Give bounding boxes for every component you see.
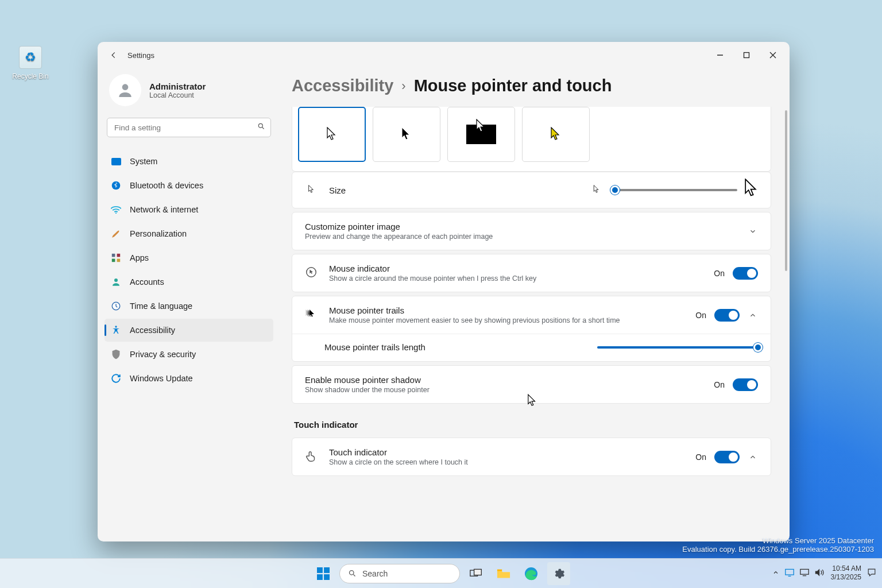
- tray-date: 3/13/2025: [831, 573, 861, 582]
- edge-button[interactable]: [520, 562, 543, 585]
- system-tray[interactable]: 10:54 AM 3/13/2025: [772, 558, 876, 588]
- shadow-state: On: [714, 380, 725, 389]
- pointer-style-custom[interactable]: [522, 107, 590, 162]
- sidebar-item-accessibility[interactable]: Accessibility: [105, 319, 273, 342]
- touch-toggle[interactable]: [714, 451, 740, 463]
- desktop-icon-recycle-bin[interactable]: ♻ Recycle Bin: [10, 46, 51, 80]
- sidebar-item-label: Accounts: [130, 277, 164, 287]
- trails-icon: [305, 308, 319, 322]
- svg-point-5: [115, 212, 117, 214]
- breadcrumb-parent[interactable]: Accessibility: [292, 76, 393, 95]
- wifi-icon: [110, 204, 122, 215]
- chevron-down-icon[interactable]: [748, 227, 758, 235]
- sidebar-item-label: Windows Update: [130, 374, 193, 383]
- pointer-style-black[interactable]: [373, 107, 440, 162]
- indicator-icon: [305, 266, 319, 281]
- window-title: Settings: [127, 51, 154, 60]
- touch-title: Touch indicator: [329, 447, 685, 457]
- mouse-indicator-state: On: [714, 269, 725, 278]
- scrollbar[interactable]: [785, 110, 787, 271]
- shadow-title: Enable mouse pointer shadow: [305, 375, 703, 385]
- svg-rect-14: [317, 567, 323, 573]
- sidebar-item-privacy[interactable]: Privacy & security: [105, 343, 273, 366]
- taskbar-search[interactable]: Search: [339, 564, 460, 583]
- mouse-indicator-desc: Show a circle around the mouse pointer w…: [329, 274, 703, 283]
- sidebar-item-accounts[interactable]: Accounts: [105, 270, 273, 293]
- window-minimize-button[interactable]: [707, 46, 733, 64]
- pointer-style-inverted[interactable]: [447, 107, 515, 162]
- svg-rect-23: [785, 569, 793, 575]
- svg-point-3: [258, 123, 262, 127]
- tray-volume-icon[interactable]: [815, 568, 825, 579]
- touch-desc: Show a circle on the screen where I touc…: [329, 458, 685, 466]
- cursor-max-icon: [743, 179, 760, 202]
- svg-rect-9: [117, 259, 121, 262]
- sidebar-item-network[interactable]: Network & internet: [105, 198, 273, 221]
- tray-chevron-icon[interactable]: [772, 569, 779, 578]
- settings-taskbar-button[interactable]: [547, 562, 570, 585]
- search-input[interactable]: [107, 118, 271, 137]
- sidebar-item-update[interactable]: Windows Update: [105, 367, 273, 390]
- brush-icon: [110, 228, 122, 239]
- trails-state: On: [695, 311, 706, 320]
- breadcrumb-current: Mouse pointer and touch: [414, 76, 612, 95]
- window-maximize-button[interactable]: [733, 46, 760, 64]
- update-icon: [110, 373, 122, 384]
- sidebar-item-apps[interactable]: Apps: [105, 246, 273, 269]
- tray-clock[interactable]: 10:54 AM 3/13/2025: [831, 564, 861, 582]
- cursor-small-icon: [308, 185, 316, 195]
- recycle-bin-label: Recycle Bin: [10, 72, 51, 80]
- size-slider[interactable]: [611, 189, 737, 191]
- trails-toggle[interactable]: [714, 309, 740, 322]
- pointer-style-group: [292, 107, 771, 172]
- chevron-up-icon[interactable]: [748, 453, 758, 461]
- shadow-toggle[interactable]: [733, 378, 758, 391]
- titlebar: Settings: [98, 42, 790, 68]
- settings-window: Settings Administrator Local Account: [98, 42, 790, 541]
- tray-notifications-icon[interactable]: [867, 568, 876, 579]
- explorer-button[interactable]: [492, 562, 515, 585]
- user-block[interactable]: Administrator Local Account: [105, 68, 273, 118]
- svg-rect-8: [112, 259, 115, 262]
- tray-vm-icon[interactable]: [785, 568, 794, 578]
- sidebar-item-personalization[interactable]: Personalization: [105, 222, 273, 245]
- avatar: [109, 74, 141, 106]
- user-name: Administrator: [149, 82, 206, 91]
- tray-network-icon[interactable]: [800, 568, 809, 578]
- sidebar-item-system[interactable]: System: [105, 150, 273, 173]
- shield-icon: [110, 349, 122, 360]
- desktop-watermark: Windows Server 2025 Datacenter Evaluatio…: [682, 536, 874, 554]
- back-button[interactable]: [106, 47, 122, 63]
- svg-rect-7: [117, 254, 121, 257]
- content-area: Size: [280, 107, 790, 541]
- user-icon: [110, 276, 122, 288]
- chevron-right-icon: ›: [401, 79, 405, 94]
- svg-point-18: [350, 571, 354, 575]
- start-button[interactable]: [312, 562, 335, 585]
- customize-pointer-card[interactable]: Customize pointer image Preview and chan…: [292, 212, 771, 250]
- trails-length-slider[interactable]: [597, 346, 758, 349]
- chevron-up-icon[interactable]: [748, 311, 758, 319]
- taskbar-search-placeholder: Search: [362, 569, 388, 578]
- sidebar-item-bluetooth[interactable]: Bluetooth & devices: [105, 174, 273, 197]
- recycle-bin-glyph: ♻: [19, 46, 42, 69]
- bluetooth-icon: [110, 180, 122, 191]
- sidebar-item-label: Time & language: [130, 301, 192, 311]
- svg-rect-21: [497, 569, 502, 571]
- svg-rect-17: [324, 574, 330, 580]
- sidebar-item-time[interactable]: Time & language: [105, 295, 273, 318]
- user-sub: Local Account: [149, 91, 206, 99]
- touch-indicator-card: Touch indicator Show a circle on the scr…: [292, 438, 771, 476]
- sidebar-item-label: Personalization: [130, 229, 187, 238]
- cursor-onscreen-icon: [527, 393, 537, 408]
- mouse-indicator-toggle[interactable]: [733, 267, 758, 280]
- svg-rect-16: [317, 574, 323, 580]
- task-view-button[interactable]: [465, 562, 488, 585]
- pointer-style-white[interactable]: [298, 107, 366, 162]
- sidebar-item-label: System: [130, 157, 157, 166]
- touch-state: On: [695, 452, 706, 462]
- svg-rect-6: [112, 254, 115, 257]
- size-card: Size: [292, 172, 771, 208]
- window-close-button[interactable]: [760, 46, 786, 64]
- mouse-indicator-card: Mouse indicator Show a circle around the…: [292, 254, 771, 292]
